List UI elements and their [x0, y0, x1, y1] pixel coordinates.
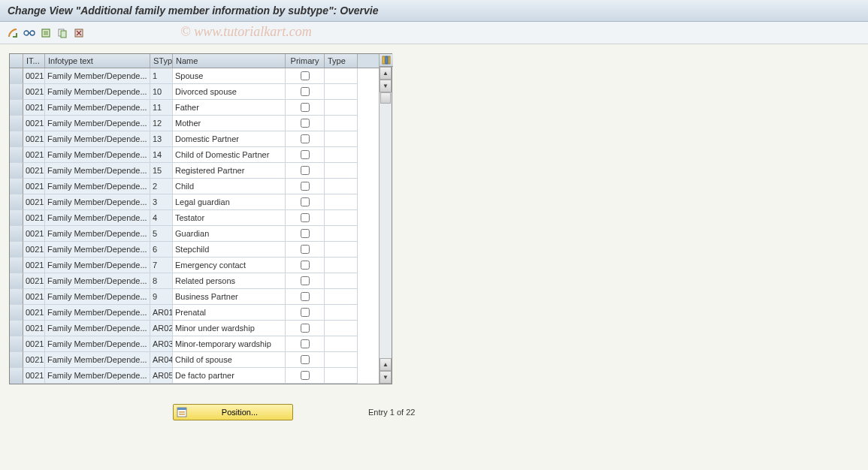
primary-checkbox[interactable]: [301, 355, 310, 364]
table-row[interactable]: 0021Family Member/Depende...8Related per…: [10, 273, 379, 289]
primary-checkbox[interactable]: [301, 87, 310, 96]
cell-name[interactable]: Child of spouse: [173, 352, 286, 368]
primary-checkbox[interactable]: [301, 197, 310, 206]
col-it[interactable]: IT...: [23, 54, 45, 68]
cell-primary[interactable]: [286, 289, 325, 305]
cell-name[interactable]: Guardian: [173, 226, 286, 242]
cell-type[interactable]: [325, 179, 358, 194]
row-selector[interactable]: [10, 258, 23, 273]
col-select[interactable]: [10, 54, 23, 68]
primary-checkbox[interactable]: [301, 119, 310, 128]
cell-type[interactable]: [325, 336, 358, 352]
scroll-up-button[interactable]: ▲: [380, 67, 392, 80]
table-settings-icon[interactable]: [380, 54, 393, 67]
table-row[interactable]: 0021Family Member/Depende...14Child of D…: [10, 147, 379, 163]
cell-name[interactable]: Child: [173, 179, 286, 194]
cell-primary[interactable]: [286, 116, 325, 131]
cell-type[interactable]: [325, 84, 358, 100]
row-selector[interactable]: [10, 352, 23, 368]
row-selector[interactable]: [10, 147, 23, 163]
cell-primary[interactable]: [286, 226, 325, 242]
table-row[interactable]: 0021Family Member/Depende...9Business Pa…: [10, 289, 379, 305]
row-selector[interactable]: [10, 68, 23, 84]
cell-primary[interactable]: [286, 242, 325, 258]
cell-primary[interactable]: [286, 194, 325, 210]
row-selector[interactable]: [10, 289, 23, 305]
cell-type[interactable]: [325, 68, 358, 84]
cell-primary[interactable]: [286, 179, 325, 194]
row-selector[interactable]: [10, 131, 23, 147]
new-entries-icon[interactable]: [39, 26, 53, 40]
table-row[interactable]: 0021Family Member/Depende...12Mother: [10, 116, 379, 131]
table-row[interactable]: 0021Family Member/Depende...3Legal guard…: [10, 194, 379, 210]
scroll-up-button-bottom[interactable]: ▲: [380, 358, 392, 371]
cell-primary[interactable]: [286, 147, 325, 163]
primary-checkbox[interactable]: [301, 182, 310, 191]
row-selector[interactable]: [10, 210, 23, 226]
cell-primary[interactable]: [286, 163, 325, 179]
copy-icon[interactable]: [56, 26, 69, 40]
cell-name[interactable]: Related persons: [173, 273, 286, 289]
row-selector[interactable]: [10, 194, 23, 210]
position-button[interactable]: Position...: [173, 404, 293, 420]
primary-checkbox[interactable]: [301, 276, 310, 285]
row-selector[interactable]: [10, 321, 23, 336]
cell-name[interactable]: Prenatal: [173, 305, 286, 321]
cell-type[interactable]: [325, 131, 358, 147]
cell-name[interactable]: Registered Partner: [173, 163, 286, 179]
row-selector[interactable]: [10, 163, 23, 179]
row-selector[interactable]: [10, 242, 23, 258]
cell-type[interactable]: [325, 194, 358, 210]
primary-checkbox[interactable]: [301, 324, 310, 333]
primary-checkbox[interactable]: [301, 245, 310, 254]
cell-primary[interactable]: [286, 368, 325, 384]
vertical-scrollbar[interactable]: ▲ ▼ ▲ ▼: [379, 54, 392, 384]
cell-primary[interactable]: [286, 68, 325, 84]
table-row[interactable]: 0021Family Member/Depende...11Father: [10, 100, 379, 116]
row-selector[interactable]: [10, 84, 23, 100]
row-selector[interactable]: [10, 226, 23, 242]
primary-checkbox[interactable]: [301, 261, 310, 270]
cell-type[interactable]: [325, 116, 358, 131]
cell-type[interactable]: [325, 147, 358, 163]
cell-type[interactable]: [325, 226, 358, 242]
scroll-down-button[interactable]: ▼: [380, 80, 392, 92]
cell-name[interactable]: Emergency contact: [173, 258, 286, 273]
row-selector[interactable]: [10, 305, 23, 321]
table-row[interactable]: 0021Family Member/Depende...AR02Minor un…: [10, 321, 379, 336]
row-selector[interactable]: [10, 100, 23, 116]
col-infotype-text[interactable]: Infotype text: [45, 54, 150, 68]
scroll-down-button-bottom[interactable]: ▼: [380, 371, 392, 384]
cell-type[interactable]: [325, 242, 358, 258]
primary-checkbox[interactable]: [301, 103, 310, 112]
cell-type[interactable]: [325, 163, 358, 179]
scroll-thumb[interactable]: [380, 92, 391, 104]
table-row[interactable]: 0021Family Member/Depende...6Stepchild: [10, 242, 379, 258]
row-selector[interactable]: [10, 336, 23, 352]
table-row[interactable]: 0021Family Member/Depende...13Domestic P…: [10, 131, 379, 147]
cell-primary[interactable]: [286, 273, 325, 289]
cell-type[interactable]: [325, 273, 358, 289]
cell-primary[interactable]: [286, 321, 325, 336]
cell-type[interactable]: [325, 321, 358, 336]
primary-checkbox[interactable]: [301, 71, 310, 80]
col-name[interactable]: Name: [173, 54, 286, 68]
cell-type[interactable]: [325, 352, 358, 368]
cell-name[interactable]: Minor under wardship: [173, 321, 286, 336]
cell-primary[interactable]: [286, 352, 325, 368]
primary-checkbox[interactable]: [301, 292, 310, 301]
cell-type[interactable]: [325, 368, 358, 384]
table-row[interactable]: 0021Family Member/Depende...AR04Child of…: [10, 352, 379, 368]
cell-name[interactable]: Divorced spouse: [173, 84, 286, 100]
cell-primary[interactable]: [286, 131, 325, 147]
table-row[interactable]: 0021Family Member/Depende...AR03Minor-te…: [10, 336, 379, 352]
cell-primary[interactable]: [286, 305, 325, 321]
cell-name[interactable]: Legal guardian: [173, 194, 286, 210]
table-row[interactable]: 0021Family Member/Depende...5Guardian: [10, 226, 379, 242]
col-type[interactable]: Type: [325, 54, 358, 68]
cell-name[interactable]: Business Partner: [173, 289, 286, 305]
primary-checkbox[interactable]: [301, 150, 310, 159]
cell-name[interactable]: Mother: [173, 116, 286, 131]
cell-name[interactable]: Domestic Partner: [173, 131, 286, 147]
primary-checkbox[interactable]: [301, 166, 310, 175]
